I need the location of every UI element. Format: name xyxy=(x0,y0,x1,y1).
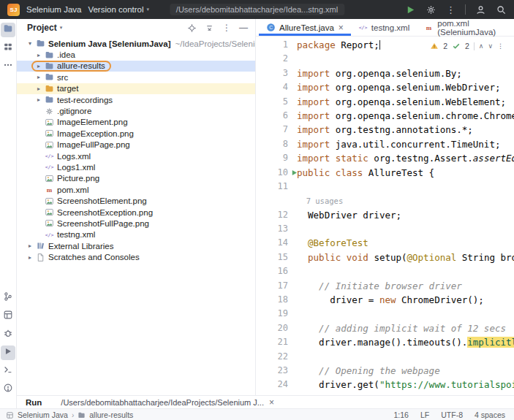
project-panel-header: Project ▾ ⋮ — xyxy=(17,19,255,37)
tree-item-logs1-xml[interactable]: </>Logs1.xml xyxy=(17,161,255,172)
tree-item-idea[interactable]: ▸.idea xyxy=(17,49,255,60)
hide-panel-button[interactable]: — xyxy=(239,23,248,32)
user-account-button[interactable] xyxy=(475,4,486,15)
tree-item-target[interactable]: ▸target xyxy=(17,83,255,94)
warning-icon[interactable] xyxy=(430,42,439,50)
tool-structure-button[interactable] xyxy=(1,41,15,56)
code-text[interactable]: import java.util.concurrent.TimeUnit; xyxy=(297,137,514,151)
breadcrumb-project[interactable]: Selenium Java xyxy=(18,411,68,419)
folder-icon xyxy=(43,61,55,71)
run-gutter-icon[interactable] xyxy=(290,169,298,177)
code-line-11: 11 xyxy=(256,180,514,194)
code-text[interactable]: public void setup(@Optional String brows… xyxy=(297,251,514,264)
collapse-all-button[interactable] xyxy=(205,23,214,33)
run-button[interactable] xyxy=(405,4,416,15)
breadcrumb-folder[interactable]: allure-results xyxy=(89,411,133,419)
app-logo[interactable]: SJ xyxy=(7,4,20,16)
tool-more-tools-button[interactable] xyxy=(1,59,15,74)
encoding-widget[interactable]: UTF-8 xyxy=(441,411,463,419)
code-text[interactable]: // Initiate browser driver xyxy=(297,279,514,293)
run-panel-title[interactable]: Run xyxy=(26,398,42,407)
tab-testng-xml[interactable]: </>testng.xml xyxy=(351,19,417,36)
code-text[interactable]: public class AllureTest { xyxy=(297,166,514,180)
code-text[interactable]: // adding implicit wait of 12 secs xyxy=(297,321,514,335)
next-problem-button[interactable]: ∨ xyxy=(488,42,493,50)
indent-widget[interactable]: 4 spaces xyxy=(475,411,505,419)
tab-pom-xml-seleniumjava[interactable]: mpom.xml (SeleniumJava) xyxy=(417,19,514,36)
chevron-right-icon[interactable]: ▸ xyxy=(26,254,34,261)
vcs-menu-button[interactable]: Version control ▾ xyxy=(88,5,149,14)
search-button[interactable] xyxy=(496,4,507,15)
code-text[interactable]: import org.openqa.selenium.chrome.Chrome… xyxy=(297,109,514,123)
tree-item-picture-png[interactable]: Picture.png xyxy=(17,173,255,184)
code-line-6: 6import org.openqa.selenium.chrome.Chrom… xyxy=(256,109,514,123)
tree-item-external-libraries[interactable]: ▸External Libraries xyxy=(17,240,255,251)
code-text[interactable]: import org.openqa.selenium.WebDriver; xyxy=(297,80,514,94)
panel-options-button[interactable]: ⋮ xyxy=(222,23,231,32)
code-text[interactable]: 7 usages xyxy=(297,194,514,207)
prev-problem-button[interactable]: ∧ xyxy=(479,42,484,50)
code-text[interactable]: import org.openqa.selenium.WebElement; xyxy=(297,95,514,109)
close-run-tab-icon[interactable]: × xyxy=(269,397,274,408)
project-icon xyxy=(3,23,13,37)
tree-item-selenium-java-seleniumjava[interactable]: ▾Selenium Java [SeleniumJava]~/IdeaProje… xyxy=(17,38,255,49)
tree-item-screenshotelement-png[interactable]: ScreenshotElement.png xyxy=(17,195,255,206)
chevron-right-icon[interactable]: ▸ xyxy=(34,52,43,58)
code-text[interactable]: WebDriver driver; xyxy=(297,208,514,222)
code-text[interactable] xyxy=(297,52,514,66)
code-text[interactable] xyxy=(297,180,514,194)
tree-item-imageexception-png[interactable]: ImageException.png xyxy=(17,128,255,139)
caret-position-widget[interactable]: 1:16 xyxy=(394,411,409,419)
code-text[interactable]: driver.manage().timeouts().implicitlyWai… xyxy=(297,335,514,349)
file-path-breadcrumb[interactable]: /Users/debomitabhattacharjee/Idea...stng… xyxy=(170,4,344,15)
code-text[interactable]: import static org.testng.Assert.assertEq… xyxy=(297,151,514,165)
chevron-right-icon[interactable]: ▸ xyxy=(34,74,43,80)
tool-git-button[interactable] xyxy=(1,291,15,305)
tree-item-imageelement-png[interactable]: ImageElement.png xyxy=(17,117,255,128)
tree-item-imagefullpage-png[interactable]: ImageFullPage.png xyxy=(17,140,255,150)
chevron-right-icon[interactable]: ▸ xyxy=(34,63,43,69)
tree-item-logs-xml[interactable]: </>Logs.xml xyxy=(17,150,255,161)
project-menu-button[interactable]: Selenium Java xyxy=(26,5,81,14)
code-text[interactable]: driver.get("https://www.tutorialspoint.c… xyxy=(297,378,514,392)
tree-item-allure-results[interactable]: ▸allure-results xyxy=(17,61,255,72)
chevron-right-icon[interactable]: ▸ xyxy=(26,243,34,249)
check-icon[interactable] xyxy=(452,42,461,50)
more-actions-button[interactable]: ⋮ xyxy=(446,4,456,15)
code-text[interactable]: @BeforeTest xyxy=(297,236,514,250)
line-separator-widget[interactable]: LF xyxy=(420,411,429,419)
tool-run-button[interactable] xyxy=(1,345,15,360)
tool-debug-button[interactable] xyxy=(1,327,15,342)
tool-services-button[interactable] xyxy=(1,309,15,324)
project-panel-title[interactable]: Project xyxy=(27,23,57,33)
tree-item-screenshotexception-png[interactable]: ScreenshotException.png xyxy=(17,207,255,218)
code-text[interactable]: // Opening the webpage xyxy=(297,364,514,378)
code-text[interactable]: import org.openqa.selenium.By; xyxy=(297,66,514,80)
code-text[interactable] xyxy=(297,264,514,278)
code-text[interactable] xyxy=(297,350,514,364)
tree-item-testng-xml[interactable]: </>testng.xml xyxy=(17,229,255,240)
tree-item-test-recordings[interactable]: ▸test-recordings xyxy=(17,94,255,105)
chevron-right-icon[interactable]: ▸ xyxy=(34,96,43,103)
settings-gear-icon[interactable] xyxy=(426,4,436,15)
tool-problems-button[interactable] xyxy=(1,382,15,397)
tool-terminal-button[interactable] xyxy=(1,364,15,378)
close-tab-icon[interactable]: × xyxy=(339,23,344,33)
tree-item-gitignore[interactable]: .gitignore xyxy=(17,105,255,116)
tree-item-screenshotfullpage-png[interactable]: ScreenshotFullPage.png xyxy=(17,218,255,229)
code-text[interactable] xyxy=(297,222,514,236)
run-tab[interactable]: /Users/debomitabhattacharjee/IdeaProject… xyxy=(61,397,274,408)
tab-alluretest-java[interactable]: CAllureTest.java× xyxy=(259,19,351,36)
code-text[interactable]: driver = new ChromeDriver(); xyxy=(297,293,514,307)
inspection-menu-button[interactable]: ⋮ xyxy=(497,42,504,50)
tool-project-button[interactable] xyxy=(1,23,15,37)
locate-file-button[interactable] xyxy=(187,23,197,33)
editor-body[interactable]: 1package Report;23import org.openqa.sele… xyxy=(256,37,514,395)
code-text[interactable] xyxy=(297,307,514,321)
tree-item-scratches-and-consoles[interactable]: ▸Scratches and Consoles xyxy=(17,251,255,262)
tree-item-pom-xml[interactable]: mpom.xml xyxy=(17,184,255,195)
code-text[interactable]: import org.testng.annotations.*; xyxy=(297,123,514,137)
tree-item-src[interactable]: ▸src xyxy=(17,72,255,83)
chevron-right-icon[interactable]: ▸ xyxy=(34,85,43,92)
chevron-down-icon[interactable]: ▾ xyxy=(26,40,34,47)
